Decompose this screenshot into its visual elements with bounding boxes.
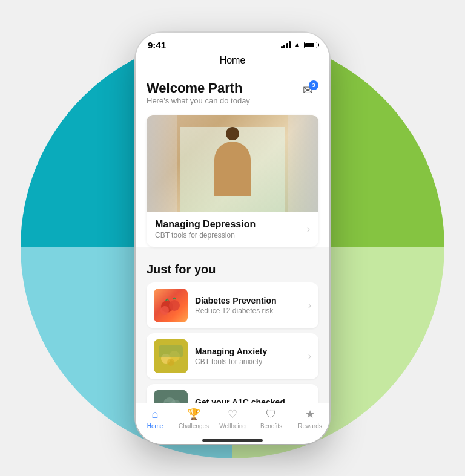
tab-challenges-label: Challenges <box>179 423 209 429</box>
signal-icon <box>281 41 291 48</box>
list-item[interactable]: Get your A1C checked Get the insights yo… <box>147 384 318 403</box>
featured-info: Managing Depression CBT tools for depres… <box>147 212 318 247</box>
status-time: 9:41 <box>148 40 166 50</box>
diabetes-subtitle: Reduce T2 diabetes risk <box>195 307 308 315</box>
notification-button[interactable]: ✉ 3 <box>297 80 318 100</box>
rewards-icon: ★ <box>305 408 315 421</box>
main-content[interactable]: Welcome Parth Here's what you can do tod… <box>136 71 329 403</box>
wifi-icon: ▲ <box>294 41 301 49</box>
tab-home[interactable]: ⌂ Home <box>136 408 174 429</box>
curtain-right <box>288 115 318 212</box>
featured-image <box>147 115 318 212</box>
phone-frame: 9:41 ▲ Home <box>136 33 329 444</box>
svg-point-2 <box>160 306 169 315</box>
tab-challenges[interactable]: 🏆 Challenges <box>174 408 213 429</box>
welcome-subtitle: Here's what you can do today <box>147 96 250 105</box>
welcome-section: Welcome Parth Here's what you can do tod… <box>136 71 329 247</box>
person-silhouette <box>208 127 257 212</box>
tab-rewards[interactable]: ★ Rewards <box>291 408 329 429</box>
diabetes-text: Diabetes Prevention Reduce T2 diabetes r… <box>195 296 308 315</box>
tab-benefits-label: Benefits <box>260 423 282 429</box>
home-indicator <box>136 439 329 444</box>
anxiety-title: Managing Anxiety <box>195 347 308 356</box>
svg-point-1 <box>169 300 180 311</box>
a1c-text: Get your A1C checked Get the insights yo… <box>195 397 308 403</box>
tab-wellbeing[interactable]: ♡ Wellbeing <box>213 408 252 429</box>
welcome-title: Welcome Parth <box>147 80 250 96</box>
diabetes-thumbnail <box>154 289 188 322</box>
diabetes-chevron-icon: › <box>308 300 311 311</box>
anxiety-chevron-icon: › <box>308 351 311 362</box>
svg-point-6 <box>167 359 174 366</box>
list-item[interactable]: Diabetes Prevention Reduce T2 diabetes r… <box>147 282 318 328</box>
a1c-title: Get your A1C checked <box>195 397 308 403</box>
svg-rect-7 <box>159 345 183 357</box>
just-for-you-section: Just for you <box>136 254 329 403</box>
tab-rewards-label: Rewards <box>298 423 322 429</box>
tab-wellbeing-label: Wellbeing <box>219 423 246 429</box>
notification-badge: 3 <box>309 80 318 90</box>
battery-icon <box>304 42 317 48</box>
anxiety-text: Managing Anxiety CBT tools for anxiety <box>195 347 308 366</box>
anxiety-subtitle: CBT tools for anxiety <box>195 357 308 366</box>
featured-chevron-icon: › <box>307 224 310 235</box>
featured-card-title: Managing Depression <box>155 219 256 230</box>
challenges-icon: 🏆 <box>187 408 200 421</box>
nav-header: Home <box>136 54 329 71</box>
tab-bar: ⌂ Home 🏆 Challenges ♡ Wellbeing 🛡 Benefi… <box>136 403 329 439</box>
curtain-left <box>147 115 177 212</box>
list-item[interactable]: Managing Anxiety CBT tools for anxiety › <box>147 333 318 379</box>
section-title: Just for you <box>147 262 318 276</box>
benefits-icon: 🛡 <box>266 408 277 421</box>
welcome-row: Welcome Parth Here's what you can do tod… <box>147 80 318 114</box>
nav-title: Home <box>220 55 246 65</box>
status-bar: 9:41 ▲ <box>136 33 329 54</box>
anxiety-thumbnail <box>154 339 188 373</box>
home-indicator-bar <box>202 439 263 442</box>
a1c-thumbnail <box>154 390 188 403</box>
tab-benefits[interactable]: 🛡 Benefits <box>252 408 291 429</box>
status-icons: ▲ <box>281 41 317 49</box>
featured-card[interactable]: Managing Depression CBT tools for depres… <box>147 115 318 247</box>
featured-card-subtitle: CBT tools for depression <box>155 231 256 240</box>
wellbeing-icon: ♡ <box>228 408 237 421</box>
diabetes-title: Diabetes Prevention <box>195 296 308 305</box>
home-icon: ⌂ <box>152 408 159 421</box>
tab-home-label: Home <box>147 423 163 429</box>
